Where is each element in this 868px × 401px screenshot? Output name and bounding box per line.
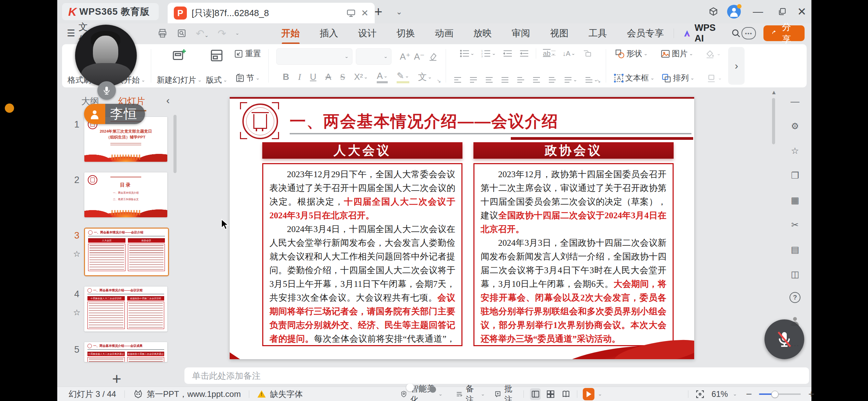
window-icon[interactable]: ◫ — [788, 267, 802, 281]
align-right-icon[interactable] — [485, 76, 493, 83]
textbox-button[interactable]: A 文本框⌄ — [614, 73, 655, 83]
outline-color-button[interactable]: ⌄ — [706, 73, 722, 83]
add-slide-button[interactable]: + — [112, 369, 121, 388]
numbered-list-icon[interactable]: 123 ⌄ — [481, 49, 496, 58]
superscript-icon[interactable]: X²⌄ — [354, 72, 368, 82]
menu-item[interactable]: 视图 — [550, 26, 569, 41]
menu-item[interactable]: 插入 — [319, 26, 339, 41]
pinyin-icon[interactable]: 文⌄ — [418, 71, 432, 83]
zoom-out-button[interactable]: − — [746, 388, 752, 400]
panel-scrollbar[interactable] — [173, 115, 177, 173]
zoom-slider-knob[interactable] — [771, 391, 779, 398]
reset-button[interactable]: 重置 — [233, 48, 261, 59]
menu-item[interactable]: 审阅 — [511, 26, 531, 41]
font-style-icon[interactable]: B — [283, 72, 289, 82]
slideshow-play-button[interactable] — [583, 388, 594, 400]
panel-collapse-icon[interactable]: ‹ — [166, 95, 170, 106]
scroll-up-icon[interactable]: ▲ — [771, 89, 777, 96]
zoom-level[interactable]: 61% — [711, 389, 728, 399]
menu-item[interactable]: 会员专享 — [626, 26, 665, 41]
font-style-icon[interactable]: U — [310, 72, 316, 82]
undo-icon[interactable]: ↶⌄ — [196, 27, 209, 39]
slide-thumbnail[interactable]: 一、两会基本情况介绍——会议议程十四届全国人大二次会议议程全国政协十四届二次会议… — [84, 286, 168, 332]
merge-shape-icon[interactable] — [582, 49, 592, 58]
reading-view-button[interactable] — [561, 388, 571, 400]
camera-video-bubble[interactable] — [75, 25, 137, 86]
tab-list-chevron-icon[interactable]: ⌄ — [396, 8, 402, 16]
linespace-down-icon[interactable] — [548, 76, 556, 83]
align-left-icon[interactable] — [454, 76, 462, 83]
menu-item[interactable]: 动画 — [434, 26, 454, 41]
group-launcher-icon[interactable]: ↘ — [437, 78, 441, 84]
monitor-icon[interactable] — [346, 8, 356, 18]
font-size-select[interactable]: ⌄ — [356, 48, 391, 65]
comments-button[interactable]: 批注 — [494, 383, 518, 401]
fill-color-button[interactable]: ⌄ — [705, 49, 721, 59]
font-style-icon[interactable]: S — [340, 72, 345, 82]
settings-icon[interactable]: ⚙ — [788, 119, 802, 133]
font-style-icon[interactable]: A — [325, 72, 331, 82]
menu-item[interactable]: 开始 — [281, 26, 301, 41]
linespace-up-icon[interactable] — [532, 76, 541, 83]
distribute-icon[interactable] — [517, 76, 525, 83]
font-style-icon[interactable]: I — [298, 72, 301, 82]
increase-indent-icon[interactable] — [519, 49, 529, 58]
decrease-indent-icon[interactable] — [503, 49, 513, 58]
group-launcher-icon[interactable]: ↘ — [596, 78, 601, 84]
bullet-list-icon[interactable]: ⌄ — [460, 49, 475, 58]
collapse-pane-icon[interactable]: — — [788, 95, 802, 108]
document-tab[interactable]: P [只读]87f...62848_8 ✕ — [168, 3, 375, 23]
template-icon[interactable]: ▦ — [788, 193, 802, 207]
app-box-icon[interactable] — [706, 4, 721, 19]
char-spacing-icon[interactable]: ab⌄ — [543, 50, 556, 58]
minimize-button[interactable]: — — [750, 4, 765, 19]
ribbon-expand-button[interactable]: › — [728, 47, 745, 85]
align-center-icon[interactable] — [469, 76, 478, 83]
clear-format-icon[interactable] — [428, 51, 438, 62]
template-source[interactable]: 第一PPT，www.1ppt.com — [147, 389, 241, 400]
picture-button[interactable]: 图片⌄ — [660, 48, 694, 59]
slide-thumbnail[interactable]: 一、两会基本情况介绍——会议成果十四届全国人大二次会议表决通过全国政协十四届二次… — [84, 342, 168, 362]
help-icon[interactable]: ? — [789, 292, 800, 303]
normal-view-button[interactable] — [530, 388, 541, 400]
quickbar-chevron-icon[interactable]: ⌄ — [235, 31, 240, 36]
slide-title[interactable]: 一、两会基本情况介绍——会议介绍 — [290, 111, 558, 132]
search-icon[interactable] — [731, 28, 742, 39]
column-text-box[interactable]: 2023年12月29日下午，全国人大常委会会议表决通过了关于召开十四届全国人大二… — [262, 163, 462, 346]
more-menu-icon[interactable]: ••• — [742, 27, 756, 39]
font-name-select[interactable]: ⌄ — [276, 48, 352, 65]
arrange-button[interactable]: 排列⌄ — [661, 73, 695, 83]
slide-thumbnail[interactable]: 一、两会基本情况介绍——会议介绍人大会议政协会议 — [84, 228, 169, 276]
copy-icon[interactable]: ❐ — [788, 169, 802, 182]
menu-item[interactable]: 切换 — [396, 26, 416, 41]
restore-button[interactable] — [775, 4, 790, 19]
notes-toggle[interactable]: 备注⌄ — [456, 383, 485, 401]
section-button[interactable]: 节⌄ — [235, 73, 260, 83]
justify-icon[interactable] — [501, 76, 509, 83]
menu-item[interactable]: 设计 — [358, 26, 377, 41]
close-button[interactable]: ✕ — [794, 4, 809, 19]
decrease-font-icon[interactable]: A⁻ — [414, 51, 424, 62]
play-options-chevron-icon[interactable]: ⌄ — [598, 391, 602, 396]
star-icon[interactable]: ☆ — [73, 249, 81, 259]
camera-mic-icon[interactable] — [97, 81, 116, 100]
new-slide-button[interactable]: 新建幻灯片⌄ — [155, 47, 204, 86]
participant-name-badge[interactable]: 李恒 — [84, 104, 145, 124]
new-tab-button[interactable]: + — [374, 4, 382, 20]
share-button[interactable]: 分享 — [763, 25, 805, 41]
wps-ai-menu[interactable]: WPS AI — [683, 23, 721, 44]
print-preview-icon[interactable] — [177, 28, 187, 38]
star-icon[interactable]: ☆ — [73, 308, 81, 317]
slide-sorter-view-button[interactable] — [545, 388, 556, 400]
canvas-scrollbar[interactable] — [772, 98, 775, 144]
print-icon[interactable] — [157, 28, 168, 38]
missing-font-label[interactable]: 缺失字体 — [270, 389, 303, 400]
menu-item[interactable]: 放映 — [473, 26, 493, 41]
zoom-chevron-icon[interactable]: ⌄ — [733, 391, 737, 396]
app-logo[interactable]: K WPS365 教育版 — [62, 3, 159, 20]
slide-canvas[interactable]: 一、两会基本情况介绍——会议介绍 人大会议2023年12月29日下午，全国人大常… — [230, 97, 694, 359]
tab-close-icon[interactable]: ✕ — [361, 8, 369, 19]
increase-font-icon[interactable]: A⁺ — [400, 51, 410, 62]
account-avatar[interactable] — [726, 4, 742, 19]
text-direction-icon[interactable]: ↓A⌄ — [563, 50, 576, 58]
